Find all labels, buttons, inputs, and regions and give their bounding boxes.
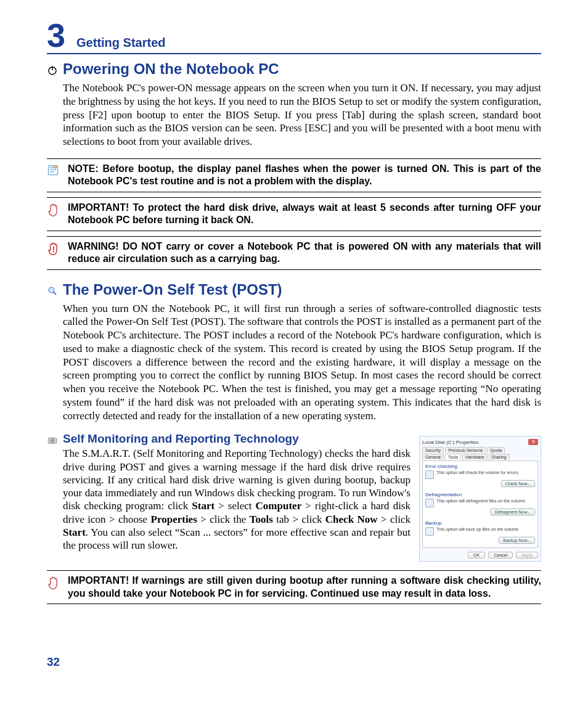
important-callout-2: IMPORTANT! If warnings are still given d… bbox=[47, 570, 541, 604]
section-post-header: The Power-On Self Test (POST) bbox=[47, 281, 541, 298]
hand-stop-icon bbox=[47, 575, 68, 591]
rule bbox=[47, 604, 541, 604]
defrag-icon bbox=[425, 499, 434, 507]
section-powering-on-header: Powering ON the Notebook PC bbox=[47, 60, 541, 78]
smart-bold-tools: Tools bbox=[250, 514, 273, 525]
post-paragraph: When you turn ON the Notebook PC, it wil… bbox=[63, 302, 541, 423]
important-text-2: IMPORTANT! If warnings are still given d… bbox=[68, 575, 541, 600]
check-now-button: Check Now... bbox=[501, 480, 535, 487]
chapter-header: 3 Getting Started bbox=[47, 18, 541, 54]
smart-text-1: > select bbox=[214, 500, 255, 512]
tab-sharing: Sharing bbox=[489, 454, 510, 460]
smart-bold-computer: Computer bbox=[256, 500, 302, 512]
tab-previous-versions: Previous Versions bbox=[445, 447, 486, 453]
important-text-1: IMPORTANT! To protect the hard disk driv… bbox=[68, 202, 541, 227]
check-disk-icon bbox=[425, 470, 434, 479]
magnifier-icon bbox=[47, 285, 63, 297]
important-callout-1: IMPORTANT! To protect the hard disk driv… bbox=[47, 197, 541, 231]
smart-bold-start2: Start bbox=[63, 526, 86, 538]
hand-warning-icon bbox=[47, 240, 68, 256]
close-icon: ✕ bbox=[528, 439, 538, 445]
smart-text-post: . You can also select “Scan ... sectors”… bbox=[63, 526, 410, 551]
smart-header: Self Monitoring and Reporting Technology bbox=[47, 432, 410, 446]
warning-text: WARNING! DO NOT carry or cover a Noteboo… bbox=[68, 240, 541, 266]
smart-bold-start: Start bbox=[192, 500, 214, 512]
note-icon bbox=[47, 163, 68, 176]
note-text: NOTE: Before bootup, the display panel f… bbox=[68, 163, 541, 188]
power-icon bbox=[47, 65, 63, 76]
backup-now-button: Backup Now... bbox=[499, 537, 535, 544]
defragment-now-button: Defragment Now... bbox=[491, 509, 535, 515]
group-backup-title: Backup bbox=[425, 520, 535, 526]
group-defrag-title: Defragmentation bbox=[425, 492, 535, 497]
svg-line-6 bbox=[54, 292, 57, 295]
note-callout: NOTE: Before bootup, the display panel f… bbox=[47, 158, 541, 192]
group-error-checking-title: Error-checking bbox=[425, 464, 535, 469]
smart-bold-properties: Properties bbox=[151, 514, 197, 525]
section-post-heading: The Power-On Self Test (POST) bbox=[63, 281, 282, 298]
hand-stop-icon bbox=[47, 202, 68, 218]
smart-paragraph: The S.M.A.R.T. (Self Monitoring and Repo… bbox=[63, 447, 410, 552]
rule bbox=[47, 269, 541, 270]
tab-general: General bbox=[422, 454, 444, 460]
smart-section: Self Monitoring and Reporting Technology… bbox=[47, 432, 541, 562]
rule bbox=[47, 192, 541, 192]
rule bbox=[47, 158, 541, 159]
rule bbox=[47, 197, 541, 198]
dialog-title: Local Disk (C:) Properties bbox=[422, 440, 478, 445]
smart-heading: Self Monitoring and Reporting Technology bbox=[63, 432, 299, 446]
rule bbox=[47, 570, 541, 571]
chapter-title: Getting Started bbox=[76, 36, 165, 50]
cancel-button: Cancel bbox=[488, 552, 513, 559]
group-defrag-desc: This option will defragment files on the… bbox=[436, 499, 535, 503]
rule bbox=[47, 236, 541, 237]
section-powering-on-heading: Powering ON the Notebook PC bbox=[63, 60, 279, 78]
tab-hardware: Hardware bbox=[462, 454, 487, 460]
properties-dialog-thumbnail: Local Disk (C:) Properties ✕ Security Pr… bbox=[419, 436, 541, 562]
smart-text-5: > click bbox=[378, 514, 410, 525]
group-error-checking-desc: This option will check the volume for er… bbox=[436, 470, 535, 475]
group-backup-desc: This option will back up files on the vo… bbox=[436, 527, 535, 531]
smart-text-3: > click the bbox=[197, 514, 250, 525]
tab-security: Security bbox=[422, 447, 444, 453]
svg-point-9 bbox=[52, 440, 53, 441]
tab-quota: Quota bbox=[487, 447, 505, 453]
apply-button: Apply bbox=[516, 552, 538, 559]
chapter-number: 3 bbox=[47, 18, 65, 52]
ok-button: OK bbox=[468, 552, 485, 559]
svg-point-4 bbox=[53, 251, 54, 252]
powering-on-paragraph: The Notebook PC's power-ON message appea… bbox=[63, 81, 541, 149]
page-number: 32 bbox=[47, 655, 60, 669]
disk-icon bbox=[47, 435, 63, 446]
warning-callout: WARNING! DO NOT carry or cover a Noteboo… bbox=[47, 236, 541, 270]
rule bbox=[47, 231, 541, 231]
smart-text-4: tab > click bbox=[273, 514, 325, 525]
smart-bold-checknow: Check Now bbox=[325, 514, 378, 525]
tab-tools: Tools bbox=[445, 454, 461, 460]
backup-icon bbox=[425, 527, 434, 536]
